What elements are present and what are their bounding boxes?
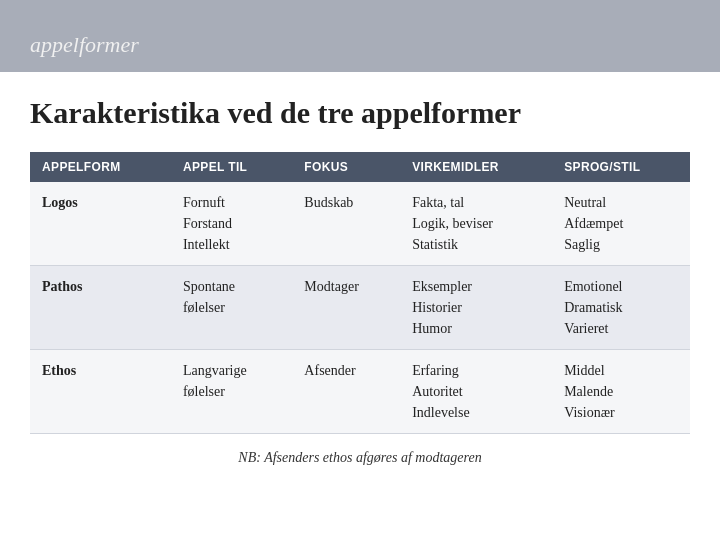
- cell-sprog-stil: MiddelMalendeVisionær: [552, 350, 690, 434]
- table-header: APPELFORM APPEL TIL FOKUS VIRKEMIDLER SP…: [30, 152, 690, 182]
- cell-sprog-stil: EmotionelDramatiskVarieret: [552, 266, 690, 350]
- header-row: APPELFORM APPEL TIL FOKUS VIRKEMIDLER SP…: [30, 152, 690, 182]
- cell-appel-til: Langvarigefølelser: [171, 350, 292, 434]
- cell-appelform: Logos: [30, 182, 171, 266]
- table-row: LogosFornuftForstandIntellektBudskabFakt…: [30, 182, 690, 266]
- main-content: Karakteristika ved de tre appelformer AP…: [0, 72, 720, 486]
- table-row: PathosSpontanefølelserModtagerEksemplerH…: [30, 266, 690, 350]
- col-sprog-stil: SPROG/STIL: [552, 152, 690, 182]
- cell-sprog-stil: NeutralAfdæmpetSaglig: [552, 182, 690, 266]
- header-bar: appelformer: [0, 0, 720, 72]
- cell-appel-til: Spontanefølelser: [171, 266, 292, 350]
- table-body: LogosFornuftForstandIntellektBudskabFakt…: [30, 182, 690, 434]
- appelformer-table: APPELFORM APPEL TIL FOKUS VIRKEMIDLER SP…: [30, 152, 690, 434]
- col-appelform: APPELFORM: [30, 152, 171, 182]
- cell-fokus: Modtager: [292, 266, 400, 350]
- cell-fokus: Afsender: [292, 350, 400, 434]
- cell-appel-til: FornuftForstandIntellekt: [171, 182, 292, 266]
- header-title: appelformer: [30, 32, 139, 58]
- col-appel-til: APPEL TIL: [171, 152, 292, 182]
- cell-appelform: Ethos: [30, 350, 171, 434]
- note-text: NB: Afsenders ethos afgøres af modtagere…: [30, 450, 690, 466]
- cell-appelform: Pathos: [30, 266, 171, 350]
- col-fokus: FOKUS: [292, 152, 400, 182]
- page-title: Karakteristika ved de tre appelformer: [30, 96, 690, 130]
- col-virkemidler: VIRKEMIDLER: [400, 152, 552, 182]
- cell-virkemidler: ErfaringAutoritetIndlevelse: [400, 350, 552, 434]
- cell-virkemidler: Fakta, talLogik, beviserStatistik: [400, 182, 552, 266]
- cell-fokus: Budskab: [292, 182, 400, 266]
- table-row: EthosLangvarigefølelserAfsenderErfaringA…: [30, 350, 690, 434]
- cell-virkemidler: EksemplerHistorierHumor: [400, 266, 552, 350]
